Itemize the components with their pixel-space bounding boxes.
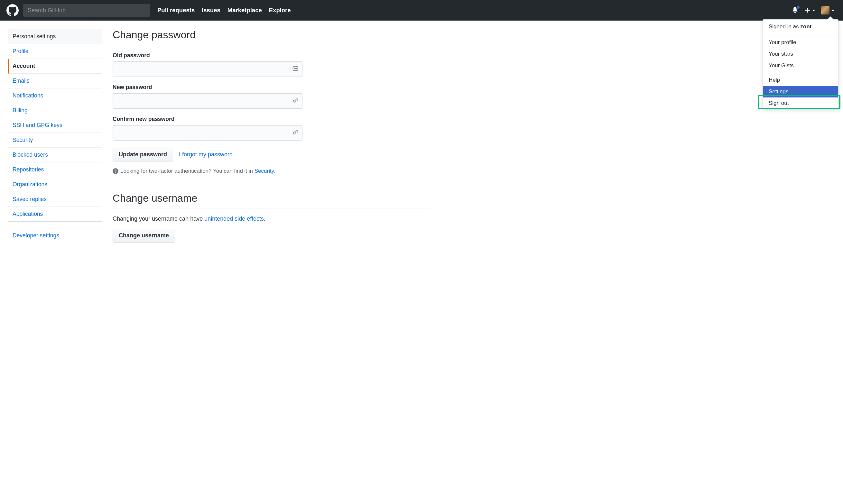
divider [763, 35, 838, 35]
sidebar-item-blocked-users[interactable]: Blocked users [8, 148, 102, 162]
notifications-button[interactable] [791, 6, 799, 15]
dropdown-your-profile[interactable]: Your profile [763, 37, 838, 48]
old-password-field[interactable] [113, 61, 302, 77]
new-password-field[interactable] [113, 93, 302, 109]
sidebar-wrap: Personal settings Profile Account Emails… [8, 29, 102, 243]
hint-text: Looking for two-factor authentication? Y… [120, 168, 254, 174]
nav-issues[interactable]: Issues [202, 7, 220, 14]
plus-icon [804, 7, 811, 14]
forgot-password-link[interactable]: I forgot my password [179, 151, 233, 158]
unintended-effects-link[interactable]: unintended side effects [204, 216, 264, 222]
sidebar-item-developer-settings[interactable]: Developer settings [8, 228, 102, 243]
form-group-confirm-password: Confirm new password [113, 116, 302, 141]
sidebar-item-billing[interactable]: Billing [8, 103, 102, 118]
github-logo[interactable] [6, 4, 19, 16]
form-group-old-password: Old password [113, 52, 302, 77]
create-new-menu[interactable] [804, 7, 815, 14]
sidebar-item-profile[interactable]: Profile [8, 44, 102, 59]
security-link[interactable]: Security [254, 168, 274, 174]
caret-down-icon [831, 10, 835, 11]
sidebar-item-organizations[interactable]: Organizations [8, 177, 102, 192]
avatar [821, 6, 829, 15]
sidebar-title: Personal settings [8, 29, 102, 44]
key-icon[interactable] [292, 129, 299, 137]
change-username-button[interactable]: Change username [113, 229, 175, 242]
confirm-password-field[interactable] [113, 125, 302, 141]
divider [763, 73, 838, 73]
password-manager-icon[interactable] [292, 65, 299, 73]
svg-point-1 [294, 68, 295, 69]
github-mark-icon [6, 4, 19, 16]
svg-point-3 [296, 68, 297, 69]
dropdown-your-gists[interactable]: Your Gists [763, 60, 838, 71]
label-confirm-password: Confirm new password [113, 116, 302, 123]
sidebar-group-personal: Personal settings Profile Account Emails… [8, 29, 102, 222]
sidebar-item-emails[interactable]: Emails [8, 74, 102, 88]
main-container: Personal settings Profile Account Emails… [0, 21, 843, 252]
password-actions-row: Update password I forgot my password [113, 148, 430, 161]
dropdown-settings[interactable]: Settings [763, 86, 838, 97]
sidebar-item-notifications[interactable]: Notifications [8, 88, 102, 103]
label-new-password: New password [113, 84, 302, 91]
content-area: Change password Old password New passwor… [113, 29, 430, 243]
section-title-username: Change username [113, 192, 430, 209]
two-factor-hint: Looking for two-factor authentication? Y… [113, 168, 430, 174]
user-menu-toggle[interactable] [821, 6, 835, 15]
dropdown-your-stars[interactable]: Your stars [763, 48, 838, 60]
sidebar-item-saved-replies[interactable]: Saved replies [8, 192, 102, 207]
dropdown-signed-in: Signed in as zont [763, 20, 838, 34]
dropdown-help[interactable]: Help [763, 74, 838, 86]
svg-point-5 [293, 132, 295, 134]
form-group-new-password: New password [113, 84, 302, 109]
sidebar-item-repositories[interactable]: Repositories [8, 162, 102, 177]
key-icon[interactable] [292, 97, 299, 105]
global-header: Pull requests Issues Marketplace Explore [0, 0, 843, 21]
caret-down-icon [812, 10, 815, 11]
sidebar-item-ssh-gpg[interactable]: SSH and GPG keys [8, 118, 102, 133]
update-password-button[interactable]: Update password [113, 148, 173, 161]
notification-indicator [796, 5, 800, 9]
sidebar-group-developer: Developer settings [8, 228, 102, 243]
label-old-password: Old password [113, 52, 302, 59]
nav-explore[interactable]: Explore [269, 7, 291, 14]
nav-links: Pull requests Issues Marketplace Explore [157, 7, 291, 14]
sidebar-item-applications[interactable]: Applications [8, 207, 102, 221]
dropdown-sign-out[interactable]: Sign out [763, 97, 838, 109]
nav-marketplace[interactable]: Marketplace [228, 7, 262, 14]
username-warning-text: Changing your username can have unintend… [113, 216, 430, 222]
nav-pull-requests[interactable]: Pull requests [157, 7, 195, 14]
sidebar-item-account[interactable]: Account [8, 59, 102, 74]
svg-point-2 [295, 68, 296, 69]
svg-point-4 [293, 100, 295, 102]
question-icon [113, 168, 119, 174]
settings-sidebar: Personal settings Profile Account Emails… [8, 29, 102, 243]
sidebar-item-security[interactable]: Security [8, 133, 102, 148]
user-dropdown: Signed in as zont Your profile Your star… [763, 19, 839, 109]
search-input[interactable] [23, 4, 150, 17]
page-title: Change password [113, 29, 430, 45]
header-right [791, 6, 837, 15]
